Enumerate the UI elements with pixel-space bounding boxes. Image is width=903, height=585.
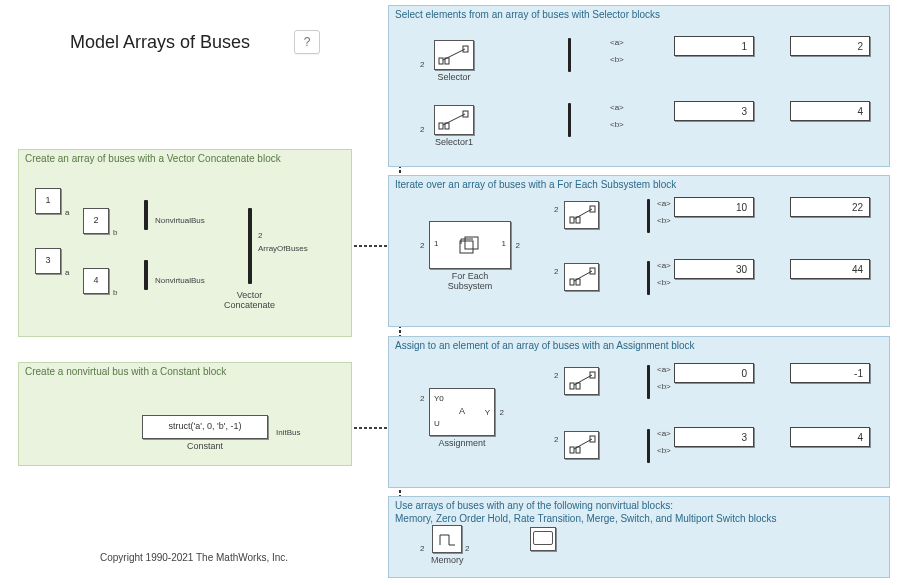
region-title: Create a nonvirtual bus with a Constant … bbox=[25, 366, 345, 379]
svg-rect-25 bbox=[570, 383, 574, 389]
constant-block-3[interactable]: 3 bbox=[35, 248, 61, 274]
display-block[interactable]: 30 bbox=[674, 259, 754, 279]
scope-icon bbox=[533, 531, 553, 545]
selector-block[interactable]: Selector bbox=[434, 40, 474, 82]
selector-icon bbox=[568, 205, 596, 225]
region-title: Use arrays of buses with any of the foll… bbox=[395, 500, 883, 525]
region-title: Create an array of buses with a Vector C… bbox=[25, 153, 345, 166]
signal-label: ArrayOfBuses bbox=[258, 244, 308, 253]
display-block[interactable]: 10 bbox=[674, 197, 754, 217]
svg-rect-28 bbox=[590, 372, 595, 378]
svg-line-23 bbox=[574, 271, 592, 281]
struct-constant-block[interactable]: struct('a', 0, 'b', -1) Constant bbox=[142, 415, 268, 451]
svg-rect-12 bbox=[463, 111, 468, 117]
constant-block-1[interactable]: 1 bbox=[35, 188, 61, 214]
block-label: Vector Concatenate bbox=[224, 290, 275, 310]
display-block[interactable]: 44 bbox=[790, 259, 870, 279]
signal-label: InitBus bbox=[276, 428, 300, 437]
iter-selector-block[interactable] bbox=[564, 201, 599, 229]
constant-block-4[interactable]: 4 bbox=[83, 268, 109, 294]
memory-icon bbox=[437, 530, 457, 548]
selector-icon bbox=[437, 44, 471, 66]
selector1-block[interactable]: Selector1 bbox=[434, 105, 474, 147]
bus-selector-block[interactable] bbox=[568, 38, 571, 72]
page-title: Model Arrays of Buses bbox=[70, 32, 250, 53]
svg-rect-5 bbox=[439, 58, 443, 64]
bus-selector-block[interactable] bbox=[647, 429, 650, 463]
iter-selector-block[interactable] bbox=[564, 263, 599, 291]
block-label: For Each Subsystem bbox=[448, 271, 493, 291]
signal-label: NonvirtualBus bbox=[155, 276, 205, 285]
svg-rect-9 bbox=[439, 123, 443, 129]
svg-line-11 bbox=[443, 114, 465, 125]
bus-out-b: <b> bbox=[610, 55, 624, 64]
bus-selector-block[interactable] bbox=[647, 199, 650, 233]
memory-block[interactable]: Memory bbox=[431, 525, 464, 565]
svg-rect-13 bbox=[460, 241, 473, 253]
block-label: Selector1 bbox=[435, 137, 473, 147]
bus-out-b: <b> bbox=[610, 120, 624, 129]
svg-line-27 bbox=[574, 375, 592, 385]
svg-rect-17 bbox=[570, 217, 574, 223]
selector-icon bbox=[568, 371, 596, 391]
bus-out-a: <a> bbox=[610, 38, 624, 47]
svg-rect-32 bbox=[590, 436, 595, 442]
bus-out-a: <a> bbox=[610, 103, 624, 112]
display-block[interactable]: -1 bbox=[790, 363, 870, 383]
port-label: a bbox=[65, 268, 69, 277]
svg-line-7 bbox=[443, 49, 465, 60]
region-create-array: Create an array of buses with a Vector C… bbox=[18, 149, 352, 337]
svg-rect-24 bbox=[590, 268, 595, 274]
port-label: b bbox=[113, 228, 117, 237]
region-title: Select elements from an array of buses w… bbox=[395, 9, 883, 22]
port-label: a bbox=[65, 208, 69, 217]
copyright-text: Copyright 1990-2021 The MathWorks, Inc. bbox=[100, 552, 288, 563]
svg-line-31 bbox=[574, 439, 592, 449]
display-block[interactable]: 22 bbox=[790, 197, 870, 217]
port-dim: 2 bbox=[258, 231, 262, 240]
foreach-icon bbox=[458, 235, 482, 255]
block-label: Memory bbox=[431, 555, 464, 565]
port-dim-in: 2 bbox=[420, 125, 424, 134]
selector-icon bbox=[568, 435, 596, 455]
port-dim-in: 2 bbox=[420, 60, 424, 69]
assign-selector-block[interactable] bbox=[564, 367, 599, 395]
bus-selector-block[interactable] bbox=[647, 261, 650, 295]
svg-rect-20 bbox=[590, 206, 595, 212]
svg-line-19 bbox=[574, 209, 592, 219]
bus-selector-block[interactable] bbox=[647, 365, 650, 399]
display-block[interactable]: 4 bbox=[790, 427, 870, 447]
display-block[interactable]: 2 bbox=[790, 36, 870, 56]
bus-creator-block[interactable] bbox=[144, 200, 148, 230]
help-icon: ? bbox=[304, 35, 311, 49]
display-block[interactable]: 4 bbox=[790, 101, 870, 121]
svg-rect-29 bbox=[570, 447, 574, 453]
display-block[interactable]: 0 bbox=[674, 363, 754, 383]
constant-block-2[interactable]: 2 bbox=[83, 208, 109, 234]
assignment-block[interactable]: Y0 U A Y 2 2 Assignment bbox=[429, 388, 495, 448]
display-block[interactable]: 3 bbox=[674, 427, 754, 447]
display-block[interactable]: 1 bbox=[674, 36, 754, 56]
svg-rect-21 bbox=[570, 279, 574, 285]
display-block[interactable]: 3 bbox=[674, 101, 754, 121]
assign-selector-block[interactable] bbox=[564, 431, 599, 459]
block-label: Selector bbox=[437, 72, 470, 82]
model-canvas: Model Arrays of Buses ? bbox=[0, 0, 903, 585]
for-each-subsystem-block[interactable]: 1 1 2 2 For Each Subsystem bbox=[429, 221, 511, 291]
vector-concatenate-block[interactable] bbox=[248, 208, 252, 284]
region-title: Assign to an element of an array of buse… bbox=[395, 340, 883, 353]
selector-icon bbox=[568, 267, 596, 287]
scope-block[interactable] bbox=[530, 527, 556, 551]
signal-label: NonvirtualBus bbox=[155, 216, 205, 225]
help-button[interactable]: ? bbox=[294, 30, 320, 54]
block-label: Constant bbox=[187, 441, 223, 451]
port-label: b bbox=[113, 288, 117, 297]
selector-icon bbox=[437, 109, 471, 131]
bus-selector-block[interactable] bbox=[568, 103, 571, 137]
region-title: Iterate over an array of buses with a Fo… bbox=[395, 179, 883, 192]
block-label: Assignment bbox=[438, 438, 485, 448]
bus-creator-block[interactable] bbox=[144, 260, 148, 290]
svg-rect-8 bbox=[463, 46, 468, 52]
